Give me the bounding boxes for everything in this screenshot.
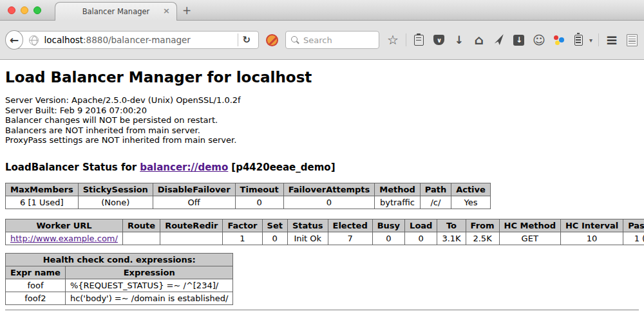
val-from: 2.5K bbox=[466, 232, 499, 245]
window-minimize-button[interactable] bbox=[21, 6, 28, 14]
worker-url-link[interactable]: http://www.example.com/ bbox=[10, 234, 118, 243]
val-method: bytraffic bbox=[375, 196, 420, 209]
col-factor: Factor bbox=[223, 219, 262, 232]
save-page-icon[interactable]: ↓ bbox=[512, 33, 526, 47]
send-tab-icon[interactable] bbox=[492, 33, 506, 47]
val-maxmembers: 6 [1 Used] bbox=[6, 196, 79, 209]
window-zoom-button[interactable] bbox=[33, 6, 41, 14]
col-set: Set bbox=[262, 219, 287, 232]
col-active: Active bbox=[451, 183, 491, 196]
col-worker-url: Worker URL bbox=[6, 219, 123, 232]
col-disablefailover: DisableFailover bbox=[153, 183, 235, 196]
val-busy: 0 bbox=[372, 232, 404, 245]
server-info: Server Version: Apache/2.5.0-dev (Unix) … bbox=[5, 95, 639, 145]
col-hc-interval: HC Interval bbox=[560, 219, 623, 232]
col-elected: Elected bbox=[328, 219, 372, 232]
col-expr-name: Expr name bbox=[6, 266, 66, 279]
tab-title: Balancer Manager bbox=[82, 7, 150, 16]
val-route bbox=[122, 232, 160, 245]
val-elected: 7 bbox=[328, 232, 372, 245]
table-row: foof %{REQUEST_STATUS} =~ /^[234]/ bbox=[6, 279, 233, 292]
pocket-icon[interactable]: ∨ bbox=[432, 33, 446, 47]
table-row: 6 [1 Used] (None) Off 0 0 bytraffic /c/ … bbox=[6, 196, 491, 209]
loadbalancer-status-heading: LoadBalancer Status for balancer://demo … bbox=[5, 162, 639, 173]
col-busy: Busy bbox=[372, 219, 404, 232]
val-disablefailover: Off bbox=[153, 196, 235, 209]
balancer-settings-table: MaxMembers StickySession DisableFailover… bbox=[5, 183, 491, 209]
tab-close-icon[interactable]: × bbox=[163, 6, 170, 15]
val-expr-name: foof2 bbox=[6, 292, 66, 304]
val-set: 0 bbox=[262, 232, 287, 245]
battery-extension-icon[interactable] bbox=[572, 33, 586, 47]
extension-dots-icon[interactable] bbox=[552, 33, 566, 47]
pocket-glyph: ∨ bbox=[433, 35, 444, 45]
bookmark-star-icon[interactable]: ☆ bbox=[386, 33, 400, 47]
page-content: Load Balancer Manager for localhost Serv… bbox=[0, 60, 644, 311]
reading-list-icon[interactable] bbox=[412, 33, 426, 47]
site-identity-globe-icon[interactable] bbox=[29, 35, 39, 45]
home-icon[interactable]: ⌂ bbox=[472, 33, 486, 47]
col-failoverattempts: FailoverAttempts bbox=[283, 183, 375, 196]
col-from: From bbox=[466, 219, 499, 232]
page-thumbnail-icon[interactable] bbox=[625, 33, 639, 47]
page-title: Load Balancer Manager for localhost bbox=[5, 69, 639, 86]
val-active: Yes bbox=[451, 196, 491, 209]
table-title-row: Health check cond. expressions: bbox=[6, 253, 233, 266]
status-heading-prefix: LoadBalancer Status for bbox=[5, 162, 137, 173]
square-download-glyph: ↓ bbox=[513, 35, 524, 46]
window-close-button[interactable] bbox=[8, 6, 15, 14]
new-tab-button[interactable]: + bbox=[182, 4, 191, 17]
search-bar[interactable] bbox=[285, 31, 379, 49]
toolbar-icons: ☆ ∨ ↓ ⌂ ↓ ☺ ▾ ≡ bbox=[386, 33, 639, 47]
worker-table: Worker URL Route RouteRedir Factor Set S… bbox=[5, 219, 644, 245]
val-path: /c/ bbox=[420, 196, 451, 209]
balancers-inherit-line: Balancers are NOT inherited from main se… bbox=[5, 125, 639, 136]
val-timeout: 0 bbox=[235, 196, 283, 209]
page-glyph bbox=[627, 34, 638, 46]
val-status: Init Ok bbox=[287, 232, 328, 245]
window-titlebar: Balancer Manager × + bbox=[0, 0, 644, 21]
menu-hamburger-icon[interactable]: ≡ bbox=[605, 33, 619, 47]
plugin-blocked-icon[interactable] bbox=[266, 34, 278, 46]
persist-warning-line: Balancer changes will NOT be persisted o… bbox=[5, 115, 639, 125]
search-input[interactable] bbox=[303, 35, 374, 45]
url-path: :8880/balancer-manager bbox=[83, 35, 191, 45]
val-hc-method: GET bbox=[499, 232, 560, 245]
col-passes: Passes bbox=[623, 219, 644, 232]
browser-tab[interactable]: Balancer Manager × bbox=[55, 2, 177, 21]
val-routeredir bbox=[160, 232, 223, 245]
url-bar[interactable]: localhost:8880/balancer-manager ↻ bbox=[13, 31, 259, 49]
paper-plane-glyph bbox=[493, 34, 505, 46]
downloads-icon[interactable]: ↓ bbox=[452, 33, 466, 47]
col-routeredir: RouteRedir bbox=[160, 219, 223, 232]
val-expr-name: foof bbox=[6, 279, 66, 292]
status-heading-suffix: [p4420eeae_demo] bbox=[231, 162, 335, 173]
val-worker-url: http://www.example.com/ bbox=[6, 232, 123, 245]
chevron-down-icon[interactable]: ▾ bbox=[589, 37, 592, 44]
table-header-row: MaxMembers StickySession DisableFailover… bbox=[6, 183, 491, 196]
val-failoverattempts: 0 bbox=[283, 196, 375, 209]
col-timeout: Timeout bbox=[235, 183, 283, 196]
url-domain: localhost bbox=[44, 35, 83, 45]
col-expression: Expression bbox=[65, 266, 233, 279]
window-controls bbox=[8, 6, 41, 14]
table-header-row: Worker URL Route RouteRedir Factor Set S… bbox=[6, 219, 644, 232]
battery-glyph bbox=[574, 35, 583, 46]
bottom-divider bbox=[5, 310, 639, 311]
col-status: Status bbox=[287, 219, 328, 232]
col-load: Load bbox=[405, 219, 437, 232]
url-text[interactable]: localhost:8880/balancer-manager bbox=[44, 35, 190, 45]
val-load: 0 bbox=[405, 232, 437, 245]
table-row: foof2 hc('body') =~ /domain is establish… bbox=[6, 292, 233, 304]
toolbar-separator bbox=[406, 33, 406, 46]
col-stickysession: StickySession bbox=[78, 183, 153, 196]
col-method: Method bbox=[375, 183, 420, 196]
reload-button[interactable]: ↻ bbox=[238, 34, 254, 46]
col-route: Route bbox=[122, 219, 160, 232]
col-hc-method: HC Method bbox=[499, 219, 560, 232]
balancer-demo-link[interactable]: balancer://demo bbox=[140, 162, 228, 173]
table-header-row: Expr name Expression bbox=[6, 266, 233, 279]
val-passes: 1 (0) bbox=[623, 232, 644, 245]
navigation-toolbar: ← localhost:8880/balancer-manager ↻ ☆ ∨ … bbox=[0, 21, 644, 60]
feedback-smiley-icon[interactable]: ☺ bbox=[532, 33, 546, 47]
